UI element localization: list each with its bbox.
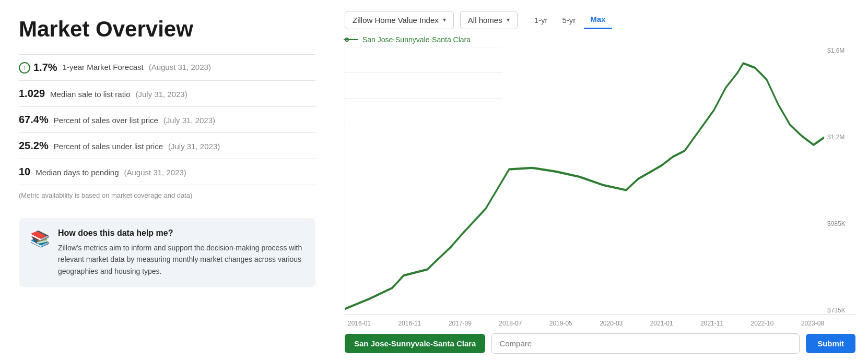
book-apple-icon: 📚 <box>30 230 50 248</box>
metric-item: 25.2% Percent of sales under list price … <box>19 133 315 159</box>
x-label: 2016-01 <box>348 320 371 327</box>
metric-date: (July 31, 2023) <box>135 90 187 99</box>
metric-item: 10 Median days to pending (August 31, 20… <box>19 159 315 185</box>
x-label: 2018-07 <box>499 320 522 327</box>
metric-value: 67.4% <box>19 114 49 126</box>
info-card-content: How does this data help me? Zillow's met… <box>58 228 304 277</box>
metric-label: Median sale to list ratio <box>50 90 130 99</box>
metric-value: 1.029 <box>19 88 45 100</box>
left-panel: Market Overview ↑ 1.7% 1-year Market For… <box>0 0 334 362</box>
legend-line-icon <box>344 39 358 40</box>
y-label: $1.6M <box>827 47 855 54</box>
metric-date: (July 31, 2023) <box>168 142 220 151</box>
legend-label: San Jose-Sunnyvale-Santa Clara <box>362 35 471 44</box>
x-label: 2021-01 <box>650 320 673 327</box>
y-label: $985K <box>827 220 855 227</box>
page-title: Market Overview <box>19 17 315 42</box>
metric-date: (July 31, 2023) <box>163 116 215 125</box>
metric-value-forecast: ↑ 1.7% <box>19 62 57 74</box>
time-btn-max[interactable]: Max <box>584 10 612 29</box>
time-range-buttons: 1-yr 5-yr Max <box>528 10 612 29</box>
info-card-title: How does this data help me? <box>58 228 304 238</box>
compare-input[interactable] <box>491 333 800 354</box>
chart-line <box>345 63 824 309</box>
right-panel: Zillow Home Value Index ▾ All homes ▾ 1-… <box>334 0 868 362</box>
y-label: $1.2M <box>827 134 855 141</box>
x-label: 2019-05 <box>549 320 572 327</box>
metric-label: Percent of sales under list price <box>54 142 163 151</box>
forecast-up-icon: ↑ <box>19 62 30 74</box>
index-dropdown-label: Zillow Home Value Index <box>353 16 439 25</box>
info-card-text: Zillow's metrics aim to inform and suppo… <box>58 242 304 277</box>
metric-item: 1.029 Median sale to list ratio (July 31… <box>19 81 315 107</box>
chevron-down-icon: ▾ <box>507 16 510 23</box>
x-label: 2022-10 <box>751 320 774 327</box>
metrics-list: ↑ 1.7% 1-year Market Forecast (August 31… <box>19 54 315 185</box>
metric-date: (August 31, 2023) <box>124 168 186 177</box>
chart-line-svg <box>345 47 824 314</box>
metric-item: ↑ 1.7% 1-year Market Forecast (August 31… <box>19 55 315 81</box>
chart-container: $1.6M $1.2M $985K $735K 2016-01 2016-11 … <box>345 47 855 327</box>
y-axis-labels: $1.6M $1.2M $985K $735K <box>824 47 855 314</box>
x-label: 2021-11 <box>700 320 723 327</box>
homes-dropdown-label: All homes <box>468 16 502 25</box>
metric-value: 25.2% <box>19 140 49 152</box>
x-label: 2016-11 <box>398 320 421 327</box>
location-tag-button[interactable]: San Jose-Sunnyvale-Santa Clara <box>345 334 485 353</box>
metric-note: (Metric availability is based on market … <box>19 191 315 208</box>
x-label: 2020-03 <box>600 320 623 327</box>
time-btn-5yr[interactable]: 5-yr <box>556 11 582 29</box>
homes-dropdown[interactable]: All homes ▾ <box>460 11 518 29</box>
chart-controls: Zillow Home Value Index ▾ All homes ▾ 1-… <box>345 10 855 29</box>
metric-label: Percent of sales over list price <box>54 116 158 125</box>
metric-item: 67.4% Percent of sales over list price (… <box>19 107 315 133</box>
bottom-bar: San Jose-Sunnyvale-Santa Clara Submit <box>345 333 855 354</box>
metric-label: Median days to pending <box>36 168 119 177</box>
x-label: 2023-08 <box>801 320 824 327</box>
y-label: $735K <box>827 307 855 314</box>
metric-date: (August 31, 2023) <box>149 63 211 71</box>
chart-svg-wrapper <box>345 47 824 314</box>
x-axis-labels: 2016-01 2016-11 2017-09 2018-07 2019-05 … <box>345 317 855 327</box>
submit-button[interactable]: Submit <box>806 334 855 353</box>
chevron-down-icon: ▾ <box>443 16 446 23</box>
index-dropdown[interactable]: Zillow Home Value Index ▾ <box>345 11 454 29</box>
chart-legend: San Jose-Sunnyvale-Santa Clara <box>345 35 855 44</box>
info-card: 📚 How does this data help me? Zillow's m… <box>19 218 315 287</box>
metric-value: 10 <box>19 166 30 178</box>
time-btn-1yr[interactable]: 1-yr <box>528 11 554 29</box>
metric-label: 1-year Market Forecast <box>63 63 144 71</box>
chart-area: $1.6M $1.2M $985K $735K <box>345 47 855 315</box>
x-label: 2017-09 <box>449 320 472 327</box>
